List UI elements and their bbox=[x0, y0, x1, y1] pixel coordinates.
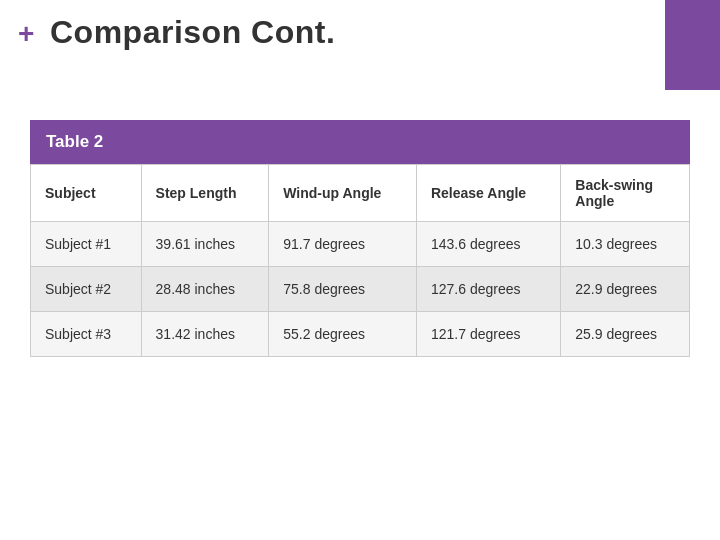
cell-windup-2: 75.8 degrees bbox=[269, 267, 417, 312]
header-step-length: Step Length bbox=[141, 165, 269, 222]
cell-backswing-2: 22.9 degrees bbox=[561, 267, 690, 312]
cell-step-length-2: 28.48 inches bbox=[141, 267, 269, 312]
cell-release-3: 121.7 degrees bbox=[416, 312, 560, 357]
table-row: Subject #3 31.42 inches 55.2 degrees 121… bbox=[31, 312, 690, 357]
cell-windup-3: 55.2 degrees bbox=[269, 312, 417, 357]
comparison-table: Subject Step Length Wind-up Angle Releas… bbox=[30, 164, 690, 357]
cell-step-length-3: 31.42 inches bbox=[141, 312, 269, 357]
cell-subject-2: Subject #2 bbox=[31, 267, 142, 312]
header-windup-angle: Wind-up Angle bbox=[269, 165, 417, 222]
header-backswing-angle: Back-swingAngle bbox=[561, 165, 690, 222]
header-subject: Subject bbox=[31, 165, 142, 222]
cell-release-2: 127.6 degrees bbox=[416, 267, 560, 312]
cell-backswing-1: 10.3 degrees bbox=[561, 222, 690, 267]
table-title: Table 2 bbox=[30, 120, 690, 164]
cell-subject-3: Subject #3 bbox=[31, 312, 142, 357]
table-container: Table 2 Subject Step Length Wind-up Angl… bbox=[30, 120, 690, 357]
table-row: Subject #1 39.61 inches 91.7 degrees 143… bbox=[31, 222, 690, 267]
header-release-angle: Release Angle bbox=[416, 165, 560, 222]
cell-backswing-3: 25.9 degrees bbox=[561, 312, 690, 357]
table-header-row: Subject Step Length Wind-up Angle Releas… bbox=[31, 165, 690, 222]
cell-release-1: 143.6 degrees bbox=[416, 222, 560, 267]
cell-step-length-1: 39.61 inches bbox=[141, 222, 269, 267]
table-row: Subject #2 28.48 inches 75.8 degrees 127… bbox=[31, 267, 690, 312]
cell-windup-1: 91.7 degrees bbox=[269, 222, 417, 267]
purple-accent-bar bbox=[665, 0, 720, 90]
cell-subject-1: Subject #1 bbox=[31, 222, 142, 267]
plus-sign: + bbox=[18, 18, 34, 50]
page-title: Comparison Cont. bbox=[50, 14, 335, 51]
